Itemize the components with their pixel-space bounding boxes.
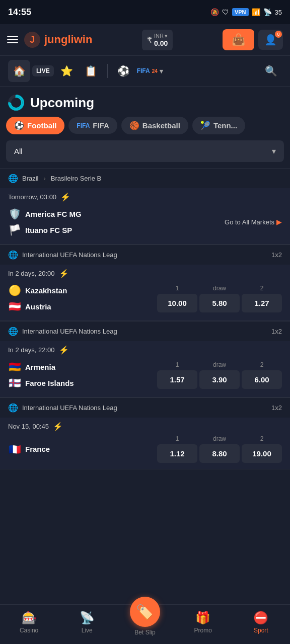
odds-labels-4: 1 draw 2 <box>157 435 282 442</box>
fifa-year: 24 <box>152 68 158 74</box>
battery-icon: 35 <box>275 9 282 16</box>
go-markets-button-1[interactable]: Go to All Markets ▶ <box>225 218 282 226</box>
team-name-home-4: France <box>25 445 50 453</box>
match-row-1: Tomorrow, 03:00 ⚡ 🛡️ America FC MG 🏳️ It… <box>0 188 290 245</box>
betslip-label: Bet Slip <box>134 629 155 636</box>
logo-icon: J <box>23 31 41 49</box>
odds-btn-draw-2[interactable]: 5.80 <box>199 294 240 312</box>
nav-bar: 🏠 LIVE ⭐ 📋 ⚽ FIFA 24 ▾ 🔍 <box>0 56 290 87</box>
match-teams-odds-4: 🇫🇷 France 1 draw 2 1.12 8.80 19.00 <box>8 435 282 463</box>
tab-basketball[interactable]: 🏀 Basketball <box>121 117 188 134</box>
upcoming-title: Upcoming <box>30 95 94 111</box>
status-icons: 🔕 🛡 VPN 📶 📡 35 <box>210 8 282 16</box>
header-right: 👜 👤 0 <box>223 29 283 50</box>
svg-text:J: J <box>30 35 35 45</box>
team-row-away-2: 🇦🇹 Austria <box>8 298 157 314</box>
league-header-3: 🌐 International UEFA Nations Leag 1x2 <box>0 321 290 341</box>
wifi-icon: 📡 <box>263 8 272 16</box>
signal-icon: 📶 <box>252 8 260 16</box>
nav-divider <box>107 64 108 78</box>
team-flag-home-4: 🇫🇷 <box>8 443 21 455</box>
nav-football[interactable]: ⚽ <box>113 60 135 82</box>
league-name-3: International UEFA Nations Leag <box>22 328 117 335</box>
filter-label: All <box>14 147 23 155</box>
match-row-4: Nov 15, 00:45 ⚡ 🇫🇷 France 1 draw 2 <box>0 418 290 469</box>
team-row-home-1: 🛡️ America FC MG <box>8 206 225 222</box>
league-header-4: 🌐 International UEFA Nations Leag 1x2 <box>0 398 290 418</box>
nav-fifa[interactable]: FIFA 24 ▾ <box>137 67 163 75</box>
team-flag-away-2: 🇦🇹 <box>8 300 21 312</box>
team-name-home-2: Kazakhstan <box>25 286 67 295</box>
logo-text: jungliwin <box>44 33 92 46</box>
header-left: J jungliwin <box>7 31 92 49</box>
match-time-row-1: Tomorrow, 03:00 ⚡ <box>8 192 282 202</box>
hamburger-menu[interactable] <box>7 36 18 43</box>
odds-btn-2-2[interactable]: 1.27 <box>242 294 282 312</box>
fifa-icon: FIFA <box>77 122 90 129</box>
tab-fifa[interactable]: FIFA FIFA <box>68 117 117 134</box>
currency-info: INR ▾ 0.00 <box>154 33 168 47</box>
tab-tennis[interactable]: 🎾 Tenn... <box>192 117 245 134</box>
nav-live[interactable]: LIVE <box>32 65 54 76</box>
stream-icon-3: ⚡ <box>59 345 69 355</box>
nav-news[interactable]: 📋 <box>80 60 102 82</box>
stream-icon-2: ⚡ <box>59 269 69 278</box>
odds-labels-3: 1 draw 2 <box>157 361 282 368</box>
odds-type-3: 1x2 <box>271 328 282 335</box>
odds-btn-1-4[interactable]: 1.12 <box>157 444 197 463</box>
match-teams-odds-1: 🛡️ America FC MG 🏳️ Ituano FC SP Go to A… <box>8 206 282 238</box>
match-teams-1: 🛡️ America FC MG 🏳️ Ituano FC SP <box>8 206 225 238</box>
currency-selector[interactable]: ₹ INR ▾ 0.00 <box>142 30 173 50</box>
sport-label: Sport <box>254 627 268 634</box>
content-area: Upcoming ⚽ Football FIFA FIFA 🏀 Basketba… <box>0 87 290 540</box>
odds-values-3: 1.57 3.90 6.00 <box>157 370 282 389</box>
betslip-circle: 🏷️ <box>130 597 160 627</box>
match-time-4: Nov 15, 00:45 <box>8 423 49 430</box>
nav-search[interactable]: 🔍 <box>260 60 282 82</box>
currency-amount: 0.00 <box>154 39 168 47</box>
odds-btn-draw-3[interactable]: 3.90 <box>199 370 240 389</box>
odds-btn-2-3[interactable]: 6.00 <box>242 370 282 389</box>
wallet-button[interactable]: 👜 <box>223 29 254 50</box>
fifa-logo: FIFA <box>137 67 150 74</box>
odds-btn-1-3[interactable]: 1.57 <box>157 370 197 389</box>
odds-btn-2-4[interactable]: 19.00 <box>242 444 282 463</box>
mute-icon: 🔕 <box>210 8 219 16</box>
bottom-nav-sport[interactable]: ⛔ Sport <box>246 611 276 634</box>
odds-btn-1-2[interactable]: 10.00 <box>157 294 197 312</box>
nav-home[interactable]: 🏠 <box>8 60 30 82</box>
promo-icon: 🎁 <box>195 611 210 625</box>
bottom-nav-betslip[interactable]: 🏷️ Bet Slip <box>130 597 160 636</box>
match-row-3: In 2 days, 22:00 ⚡ 🇦🇲 Armenia 🇫🇴 Faroe I… <box>0 341 290 397</box>
nav-favorites[interactable]: ⭐ <box>56 60 78 82</box>
bottom-nav-promo[interactable]: 🎁 Promo <box>188 611 218 634</box>
league-sub-1: Brasileiro Serie B <box>51 175 101 182</box>
live-label: Live <box>82 627 93 634</box>
filter-dropdown[interactable]: All ▾ <box>6 140 284 162</box>
team-row-home-3: 🇦🇲 Armenia <box>8 359 157 375</box>
wallet-icon: 👜 <box>232 33 245 46</box>
match-teams-4: 🇫🇷 France <box>8 441 157 457</box>
football-icon: ⚽ <box>14 121 24 130</box>
team-name-home-1: America FC MG <box>25 210 82 218</box>
team-flag-away-1: 🏳️ <box>8 224 21 236</box>
team-name-away-1: Ituano FC SP <box>25 226 72 234</box>
bottom-nav-live[interactable]: 📡 Live <box>72 611 102 634</box>
odds-values-4: 1.12 8.80 19.00 <box>157 444 282 463</box>
league-header-2: 🌐 International UEFA Nations Leag 1x2 <box>0 245 290 265</box>
tab-football[interactable]: ⚽ Football <box>6 117 64 134</box>
match-time-row-4: Nov 15, 00:45 ⚡ <box>8 422 282 431</box>
upcoming-header: Upcoming <box>0 87 290 117</box>
basketball-icon: 🏀 <box>129 121 139 130</box>
bottom-nav-casino[interactable]: 🎰 Casino <box>14 611 44 634</box>
team-name-away-3: Faroe Islands <box>25 379 74 387</box>
match-section-3: 🌐 International UEFA Nations Leag 1x2 In… <box>0 321 290 397</box>
league-header-1: 🌐 Brazil › Brasileiro Serie B <box>0 169 290 188</box>
odds-btn-draw-4[interactable]: 8.80 <box>199 444 240 463</box>
match-teams-odds-3: 🇦🇲 Armenia 🇫🇴 Faroe Islands 1 draw 2 <box>8 359 282 391</box>
match-teams-odds-2: 🟡 Kazakhstan 🇦🇹 Austria 1 draw 2 <box>8 282 282 314</box>
user-button[interactable]: 👤 0 <box>258 30 283 50</box>
match-time-row-3: In 2 days, 22:00 ⚡ <box>8 345 282 355</box>
shield-icon: 🛡 <box>222 8 229 16</box>
match-teams-3: 🇦🇲 Armenia 🇫🇴 Faroe Islands <box>8 359 157 391</box>
